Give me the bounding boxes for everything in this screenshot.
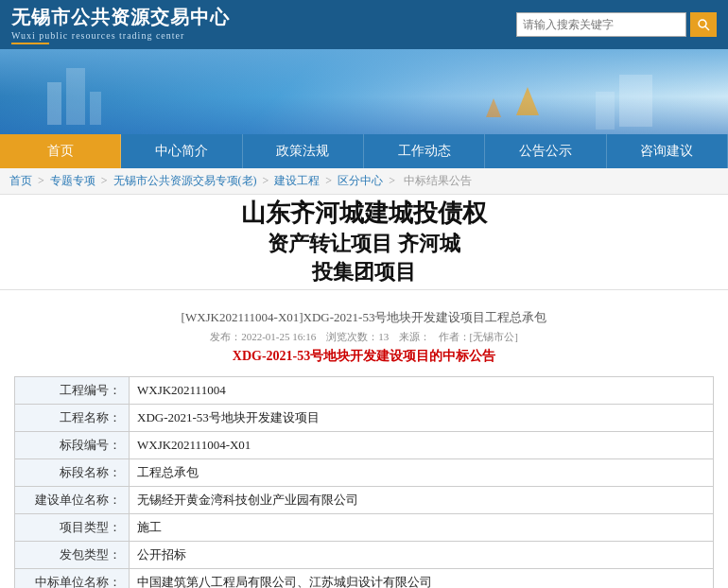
- value-cell: 工程总承包: [130, 458, 714, 486]
- breadcrumb-sep2: >: [101, 174, 111, 187]
- banner: [0, 49, 728, 134]
- main-nav: 首页 中心简介 政策法规 工作动态 公告公示 咨询建议: [0, 134, 728, 168]
- main-content: [WXJK202111004-X01]XDG-2021-53号地块开发建设项目工…: [0, 290, 728, 588]
- breadcrumb-item2[interactable]: 无锡市公共资源交易专项(老): [113, 174, 257, 187]
- meta-date: 发布：2022-01-25 16:16: [210, 331, 316, 342]
- value-cell: 中国建筑第八工程局有限公司、江苏城归设计有限公司: [130, 568, 714, 588]
- big-title-line3: 投集团项目: [0, 258, 728, 286]
- search-icon: [697, 18, 710, 31]
- deco-building5: [596, 92, 615, 130]
- deco-building4: [619, 75, 652, 127]
- nav-item-intro[interactable]: 中心简介: [121, 134, 242, 168]
- announce-title: XDG-2021-53号地块开发建设项目的中标公告: [14, 348, 714, 365]
- label-cell: 中标单位名称：: [15, 568, 130, 588]
- value-cell: 公开招标: [130, 541, 714, 568]
- breadcrumb-item1[interactable]: 专题专项: [50, 174, 95, 187]
- breadcrumb-sep5: >: [389, 174, 398, 187]
- big-title-area: 山东齐河城建城投债权 资产转让项目 齐河城 投集团项目: [0, 195, 728, 290]
- search-button[interactable]: [690, 12, 717, 37]
- label-cell: 建设单位名称：: [15, 486, 130, 513]
- value-cell: 无锡经开黄金湾科技创业产业园有限公司: [130, 486, 714, 513]
- breadcrumb-current: 中标结果公告: [404, 174, 472, 187]
- value-cell: WXJK202111004-X01: [130, 431, 714, 458]
- breadcrumb-sep1: >: [38, 174, 47, 187]
- table-row: 标段编号： WXJK202111004-X01: [15, 431, 714, 458]
- deco-sail2: [486, 98, 501, 117]
- deco-sail: [516, 87, 539, 115]
- label-cell: 项目类型：: [15, 513, 130, 541]
- page-header: [WXJK202111004-X01]XDG-2021-53号地块开发建设项目工…: [14, 300, 714, 368]
- label-cell: 标段名称：: [15, 458, 130, 486]
- table-row: 工程编号： WXJK202111004: [15, 376, 714, 404]
- search-input[interactable]: [516, 12, 686, 37]
- deco-building1: [47, 82, 61, 125]
- big-title-line2: 资产转让项目 齐河城: [0, 230, 728, 258]
- table-row: 建设单位名称： 无锡经开黄金湾科技创业产业园有限公司: [15, 486, 714, 513]
- value-cell: 施工: [130, 513, 714, 541]
- table-row: 工程名称： XDG-2021-53号地块开发建设项目: [15, 404, 714, 431]
- svg-line-1: [705, 26, 709, 30]
- breadcrumb: 首页 > 专题专项 > 无锡市公共资源交易专项(老) > 建设工程 > 区分中心…: [0, 168, 728, 195]
- logo-en: Wuxi public resources trading center: [11, 30, 230, 41]
- table-row: 中标单位名称： 中国建筑第八工程局有限公司、江苏城归设计有限公司: [15, 568, 714, 588]
- table-row: 标段名称： 工程总承包: [15, 458, 714, 486]
- nav-item-news[interactable]: 工作动态: [364, 134, 485, 168]
- site-header: 无锡市公共资源交易中心 Wuxi public resources tradin…: [0, 0, 728, 49]
- label-cell: 标段编号：: [15, 431, 130, 458]
- page-meta: 发布：2022-01-25 16:16 浏览次数：13 来源： 作者：[无锡市公…: [14, 330, 714, 344]
- deco-building2: [66, 68, 85, 125]
- search-area: [516, 12, 717, 37]
- label-cell: 发包类型：: [15, 541, 130, 568]
- nav-item-home[interactable]: 首页: [0, 134, 121, 168]
- meta-source: 来源：: [399, 331, 430, 342]
- logo-area: 无锡市公共资源交易中心 Wuxi public resources tradin…: [11, 5, 230, 44]
- project-id-line: [WXJK202111004-X01]XDG-2021-53号地块开发建设项目工…: [14, 309, 714, 326]
- breadcrumb-home[interactable]: 首页: [9, 174, 32, 187]
- breadcrumb-item4[interactable]: 区分中心: [338, 174, 383, 187]
- table-row: 发包类型： 公开招标: [15, 541, 714, 568]
- breadcrumb-sep3: >: [263, 174, 272, 187]
- breadcrumb-item3[interactable]: 建设工程: [274, 174, 320, 187]
- nav-item-policy[interactable]: 政策法规: [243, 134, 364, 168]
- table-row: 项目类型： 施工: [15, 513, 714, 541]
- logo-cn: 无锡市公共资源交易中心: [11, 5, 230, 30]
- label-cell: 工程编号：: [15, 376, 130, 404]
- label-cell: 工程名称：: [15, 404, 130, 431]
- big-title-line1: 山东齐河城建城投债权: [0, 197, 728, 230]
- detail-table: 工程编号： WXJK202111004 工程名称： XDG-2021-53号地块…: [14, 376, 714, 588]
- deco-building3: [90, 92, 101, 125]
- nav-item-consult[interactable]: 咨询建议: [607, 134, 728, 168]
- nav-item-announce[interactable]: 公告公示: [485, 134, 606, 168]
- meta-author: 作者：[无锡市公]: [439, 331, 518, 342]
- svg-point-0: [699, 20, 706, 27]
- breadcrumb-sep4: >: [325, 174, 335, 187]
- value-cell: XDG-2021-53号地块开发建设项目: [130, 404, 714, 431]
- meta-views: 浏览次数：13: [326, 331, 389, 342]
- logo-line: [11, 43, 49, 44]
- value-cell: WXJK202111004: [130, 376, 714, 404]
